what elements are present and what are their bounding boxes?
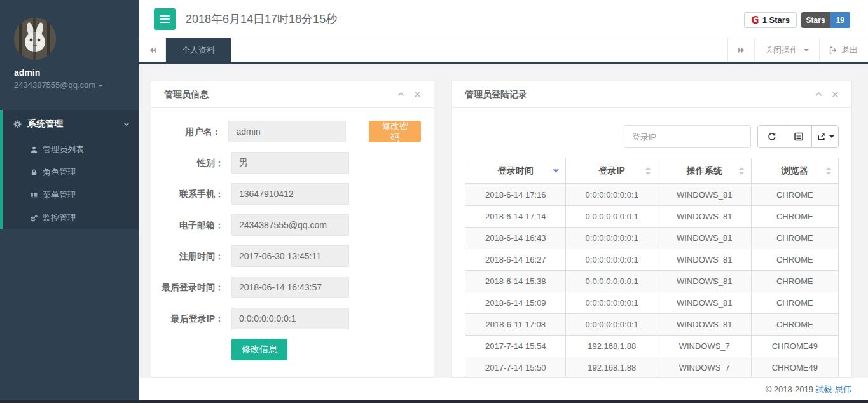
- sidebar-username: admin: [14, 67, 139, 78]
- last-login-time-field: [231, 277, 349, 298]
- gear-icon: [13, 120, 22, 129]
- table-row: 2018-6-14 16:430:0:0:0:0:0:0:1WINDOWS_81…: [465, 228, 839, 249]
- column-header-login-ip[interactable]: 登录IP: [566, 158, 658, 184]
- gitee-logo-icon: G: [751, 15, 759, 26]
- sidebar-item-monitor-management[interactable]: 监控管理: [3, 207, 139, 229]
- records-table-header: 登录时间 登录IP 操作系统: [465, 158, 839, 184]
- stars-count-badge[interactable]: Stars 19: [801, 12, 850, 28]
- form-row-username: 用户名： 修改密码: [156, 121, 421, 142]
- close-operations-dropdown[interactable]: 关闭操作: [754, 38, 819, 62]
- phone-field: [231, 183, 349, 205]
- hamburger-menu-button[interactable]: [154, 8, 176, 30]
- rabbit-avatar-image: [14, 18, 56, 60]
- profile-block: admin 2434387555@qq.com: [0, 0, 139, 101]
- last-login-ip-field: [231, 308, 349, 329]
- avatar[interactable]: [14, 18, 56, 60]
- caret-down-icon: [829, 135, 834, 138]
- sidebar-item-label: 菜单管理: [43, 189, 76, 201]
- close-card-icon[interactable]: [414, 91, 421, 98]
- double-chevron-left-icon: [148, 46, 157, 55]
- login-records-card: 管理员登陆记录: [451, 81, 852, 378]
- form-row-email: 电子邮箱：: [156, 214, 421, 236]
- sidebar-item-menu-management[interactable]: 菜单管理: [3, 184, 139, 207]
- taskbar-strip: [0, 400, 868, 403]
- admin-info-card: 管理员信息 用户名： 修改密码 性别：: [151, 81, 434, 378]
- copyright-text: © 2018-2019: [766, 385, 813, 394]
- refresh-icon: [766, 132, 776, 142]
- table-toolbar: [465, 125, 839, 148]
- stars-count: 19: [830, 12, 850, 28]
- author-link[interactable]: 試毅-思伟: [816, 385, 851, 394]
- field-label: 联系手机：: [156, 183, 224, 201]
- page-title-clock: 2018年6月14日17时18分15秒: [186, 0, 337, 38]
- sign-out-icon: [829, 46, 837, 55]
- export-button[interactable]: [811, 126, 838, 147]
- records-table-scroll-area[interactable]: 2018-6-14 17:160:0:0:0:0:0:0:1WINDOWS_81…: [465, 184, 839, 378]
- column-header-login-time[interactable]: 登录时间: [465, 158, 566, 184]
- form-row-phone: 联系手机：: [156, 183, 421, 205]
- change-password-button[interactable]: 修改密码: [369, 121, 421, 142]
- card-title: 管理员信息: [164, 89, 209, 100]
- columns-icon: [794, 132, 804, 142]
- field-label: 电子邮箱：: [156, 214, 224, 232]
- sidebar-item-admin-list[interactable]: 管理员列表: [3, 138, 139, 161]
- card-title: 管理员登陆记录: [465, 89, 527, 100]
- form-row-register-time: 注册时间：: [156, 245, 421, 267]
- field-label: 注册时间：: [156, 245, 224, 263]
- user-icon: [30, 146, 38, 154]
- table-row: 2018-6-14 17:160:0:0:0:0:0:0:1WINDOWS_81…: [465, 184, 839, 206]
- logout-button[interactable]: 退出: [819, 38, 868, 62]
- cogs-icon: [30, 214, 38, 222]
- sidebar-item-label: 角色管理: [43, 167, 76, 178]
- double-chevron-right-icon: [737, 46, 746, 55]
- register-time-field: [231, 245, 349, 267]
- gitee-stars-button[interactable]: G 1 Stars: [744, 12, 797, 28]
- toggle-columns-button[interactable]: [785, 126, 811, 147]
- search-input[interactable]: [624, 125, 751, 148]
- sort-both-icon: [645, 167, 651, 175]
- collapse-card-icon[interactable]: [397, 90, 405, 99]
- sort-both-icon: [738, 167, 745, 175]
- table-row: 2018-6-14 16:270:0:0:0:0:0:0:1WINDOWS_81…: [465, 249, 839, 271]
- refresh-button[interactable]: [758, 126, 785, 147]
- nav-group-system: 系统管理 管理员列表 角色管理: [0, 110, 139, 229]
- form-row-last-login-time: 最后登录时间：: [156, 277, 421, 298]
- caret-down-icon: [804, 49, 809, 51]
- column-header-browser[interactable]: 浏览器: [751, 158, 838, 184]
- user-dropdown[interactable]: 2434387555@qq.com: [14, 80, 139, 90]
- tab-bar: 个人资料 关闭操作 退出: [139, 38, 868, 64]
- sidebar-item-label: 监控管理: [43, 212, 76, 224]
- table-row: 2018-6-14 15:090:0:0:0:0:0:0:1WINDOWS_81…: [465, 292, 839, 314]
- table-row: 2017-7-14 15:54192.168.1.88WINDOWS_7CHRO…: [465, 336, 839, 357]
- sidebar-item-role-management[interactable]: 角色管理: [3, 161, 139, 184]
- field-label: 最后登录时间：: [156, 277, 224, 294]
- close-card-icon[interactable]: [832, 91, 839, 98]
- email-field: [231, 214, 349, 236]
- sidebar-item-label: 管理员列表: [43, 144, 84, 155]
- main-area: 2018年6月14日17时18分15秒 G 1 Stars Stars 19 个…: [139, 0, 868, 400]
- sort-desc-icon: [553, 169, 559, 172]
- form-row-last-login-ip: 最后登录IP：: [156, 308, 421, 329]
- update-info-button[interactable]: 修改信息: [231, 339, 287, 360]
- table-row: 2018-6-14 17:140:0:0:0:0:0:0:1WINDOWS_81…: [465, 206, 839, 228]
- chevron-down-icon: [98, 85, 103, 87]
- tab-profile[interactable]: 个人资料: [166, 38, 231, 62]
- collapse-card-icon[interactable]: [815, 90, 823, 99]
- form-row-submit: 修改信息: [156, 339, 421, 360]
- field-label: 用户名：: [156, 121, 221, 139]
- field-label: 性别：: [156, 152, 224, 170]
- sidebar-nav: 系统管理 管理员列表 角色管理: [0, 110, 139, 229]
- sidebar-item-system-management[interactable]: 系统管理: [3, 110, 139, 138]
- table-button-group: [757, 125, 839, 148]
- export-icon: [816, 132, 826, 142]
- footer: © 2018-2019 試毅-思伟: [139, 378, 868, 400]
- content-area: 管理员信息 用户名： 修改密码 性别：: [139, 64, 868, 378]
- table-row: 2018-6-14 15:380:0:0:0:0:0:0:1WINDOWS_81…: [465, 271, 839, 292]
- user-email: 2434387555@qq.com: [14, 80, 95, 90]
- records-table: 2018-6-14 17:160:0:0:0:0:0:0:1WINDOWS_81…: [465, 184, 839, 378]
- table-row: 2017-7-14 15:50192.168.1.88WINDOWS_7CHRO…: [465, 357, 839, 378]
- tabs-scroll-right-button[interactable]: [727, 38, 754, 62]
- gender-field: [231, 152, 349, 174]
- column-header-os[interactable]: 操作系统: [658, 158, 751, 184]
- tabs-scroll-left-button[interactable]: [139, 38, 166, 62]
